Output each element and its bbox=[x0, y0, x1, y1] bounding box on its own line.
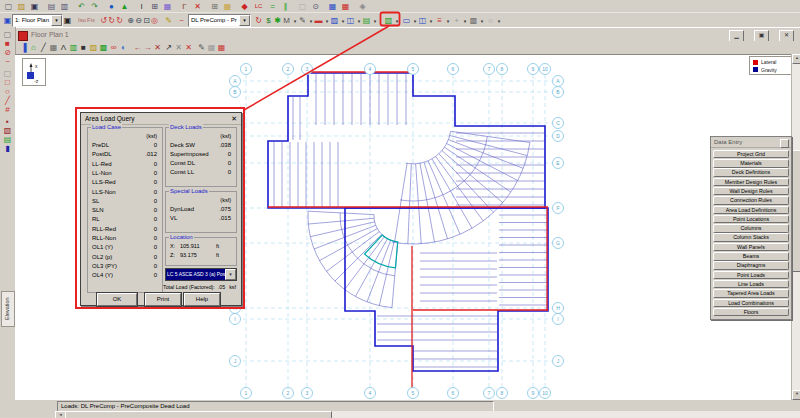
load-combination-selector[interactable]: LC 5 ASCE ASD 3 (a) Post ▾ bbox=[165, 268, 237, 281]
delete-red-icon[interactable]: ✕ bbox=[183, 42, 194, 53]
chevron-down-icon[interactable]: ▾ bbox=[225, 269, 236, 280]
data-entry-materials-button[interactable]: Materials bbox=[713, 159, 789, 168]
edit-pencil-icon[interactable]: ✎ bbox=[163, 15, 174, 26]
moment-dd-icon[interactable]: M bbox=[281, 15, 292, 26]
data-entry-tapered-area-loads-button[interactable]: Tapered Area Loads bbox=[713, 289, 789, 298]
hammer-icon[interactable]: Γ bbox=[179, 1, 190, 12]
preview-icon[interactable]: ⊙ bbox=[310, 1, 321, 12]
polyline-red-icon[interactable]: ~ bbox=[2, 56, 13, 67]
data-entry-column-stacks-button[interactable]: Column Stacks bbox=[713, 233, 789, 242]
data-entry-point-locations-button[interactable]: Point Locations bbox=[713, 215, 789, 224]
scroll-down-icon[interactable]: ▼ bbox=[792, 390, 800, 400]
help-button[interactable]: Help bbox=[184, 293, 220, 306]
beam-dd-icon[interactable]: ▬ bbox=[313, 15, 324, 26]
data-entry-project-grid-button[interactable]: Project Grid bbox=[713, 150, 789, 159]
report-icon[interactable]: ◆ bbox=[239, 1, 250, 12]
loads-chart-icon[interactable]: ~ bbox=[176, 15, 187, 26]
story-view-icon[interactable]: ▣ bbox=[62, 15, 73, 26]
data-entry-point-loads-button[interactable]: Point Loads bbox=[713, 271, 789, 280]
world-icon[interactable]: ● bbox=[106, 1, 117, 12]
dim-icon[interactable]: ▢ bbox=[297, 1, 308, 12]
scroll-up-icon[interactable]: ▲ bbox=[792, 54, 800, 64]
compass-icon[interactable]: ◐ bbox=[118, 42, 129, 53]
data-entry-wall-panels-button[interactable]: Wall Panels bbox=[713, 243, 789, 252]
wall-dd-icon[interactable]: ▤ bbox=[361, 15, 372, 26]
application-window: ▢▨▣▤▥↶↷●▲Ι⊞▦Γ✕⊞▦◆LC=∥▢⊙▦▦◈ 1: Floor Plan… bbox=[0, 0, 800, 418]
data-entry-titlebar[interactable]: Data Entry bbox=[711, 137, 791, 148]
pen-dd-icon[interactable]: ✎ bbox=[297, 15, 308, 26]
close-icon[interactable]: ✕ bbox=[231, 114, 237, 123]
data-entry-wall-design-rules-button[interactable]: Wall Design Rules bbox=[713, 187, 789, 196]
data-entry-line-loads-button[interactable]: Line Loads bbox=[713, 280, 789, 289]
data-entry-deck-definitions-button[interactable]: Deck Definitions bbox=[713, 168, 789, 177]
table-red-icon[interactable]: ▦ bbox=[340, 1, 351, 12]
load-case-selector[interactable]: DL PreComp - Pr ▾ bbox=[188, 14, 251, 27]
data-entry-area-load-definitions-button[interactable]: Area Load Definitions bbox=[713, 206, 789, 215]
open-icon[interactable]: ▨ bbox=[16, 1, 27, 12]
grid-window-icon[interactable]: ⊞ bbox=[149, 1, 160, 12]
data-entry-diaphragms-button[interactable]: Diaphragms bbox=[713, 261, 789, 270]
colormap-icon[interactable]: ▦ bbox=[222, 1, 233, 12]
steel-beam-icon[interactable]: Ι bbox=[136, 1, 147, 12]
column-dd-icon[interactable]: ◫ bbox=[345, 15, 356, 26]
grid-dd-icon[interactable]: + bbox=[451, 15, 462, 26]
undo-icon[interactable]: ↶ bbox=[76, 1, 87, 12]
table-blue-icon[interactable]: ▦ bbox=[327, 1, 338, 12]
fix-view-icon[interactable]: Fix bbox=[84, 15, 98, 26]
data-entry-columns-button[interactable]: Columns bbox=[713, 224, 789, 233]
query-row-postdl: PostDL.012 bbox=[88, 150, 162, 158]
line-load-dd-icon[interactable]: ▭ bbox=[401, 15, 412, 26]
new-icon[interactable]: ▢ bbox=[3, 1, 14, 12]
print-button[interactable]: Print bbox=[145, 293, 181, 306]
surface-dd-icon[interactable]: ≡ bbox=[434, 15, 445, 26]
data-entry-beams-button[interactable]: Beams bbox=[713, 252, 789, 261]
circle-dd-icon[interactable]: ○ bbox=[485, 15, 496, 26]
wall-dd-icon-chevron[interactable]: ▾ bbox=[372, 15, 378, 26]
rotate-right-icon[interactable]: ↻ bbox=[114, 15, 125, 26]
delete-icon[interactable]: ✕ bbox=[192, 1, 203, 12]
chevron-down-icon[interactable]: ▾ bbox=[51, 15, 62, 26]
area-load-dd-icon-chevron[interactable]: ▾ bbox=[394, 15, 400, 26]
dim-delete-icon[interactable]: ✕ bbox=[152, 42, 163, 53]
floor-selector[interactable]: 1: Floor Plan 1 ▾ bbox=[12, 14, 63, 27]
data-entry-floors-button[interactable]: Floors bbox=[713, 308, 789, 317]
tab-elevation[interactable]: Elevation bbox=[1, 291, 15, 327]
horizontal-scroll-thumb[interactable] bbox=[65, 411, 332, 418]
data-entry-load-combinations-button[interactable]: Load Combinations bbox=[713, 299, 789, 308]
copy-icon[interactable]: ▤ bbox=[46, 1, 57, 12]
ok-button[interactable]: OK bbox=[97, 293, 137, 306]
query-row-ol3-py-: OL3 (PY)0 bbox=[88, 262, 162, 270]
table-icon[interactable]: ⊞ bbox=[209, 1, 220, 12]
vertical-scrollbar[interactable]: ▲ ▼ bbox=[791, 54, 800, 400]
monitor-icon[interactable]: ▣ bbox=[2, 15, 13, 26]
redo-icon[interactable]: ↷ bbox=[89, 1, 100, 12]
print-icon[interactable]: ▥ bbox=[59, 1, 70, 12]
query-row-dynload: DynLoad.075 bbox=[166, 205, 236, 213]
horizontal-scrollbar[interactable]: ◄ bbox=[0, 411, 800, 418]
data-entry-connection-rules-button[interactable]: Connection Rules bbox=[713, 196, 789, 205]
pause-icon[interactable]: ∥ bbox=[280, 1, 291, 12]
manager-icon[interactable]: ▲ bbox=[119, 1, 130, 12]
circle-dd-icon-chevron[interactable]: ▾ bbox=[496, 15, 502, 26]
lateral-color-swatch bbox=[753, 60, 758, 65]
load-case-icon[interactable]: LC bbox=[252, 1, 265, 12]
lock-blue-icon[interactable]: ▮ bbox=[2, 143, 13, 154]
help-icon[interactable]: ◈ bbox=[357, 1, 368, 12]
save-icon[interactable]: ▣ bbox=[29, 1, 40, 12]
area-load-dd-icon[interactable]: ▧ bbox=[383, 15, 394, 26]
area-load-query-dialog: Area Load Query ✕ Load Case (ksf) PreDL0… bbox=[80, 112, 242, 306]
deck-dd-icon[interactable]: ▨ bbox=[329, 15, 340, 26]
vertical-scroll-thumb[interactable] bbox=[792, 150, 800, 272]
point-load-dd-icon[interactable]: ◫ bbox=[417, 15, 428, 26]
chevron-down-icon[interactable]: ▾ bbox=[239, 15, 250, 26]
equal-icon[interactable]: = bbox=[267, 1, 278, 12]
zoom-previous-icon[interactable]: ◎ bbox=[149, 15, 160, 26]
layers-icon[interactable]: ▦ bbox=[162, 1, 173, 12]
data-entry-buttons: Project GridMaterialsDeck DefinitionsMem… bbox=[711, 148, 791, 319]
grid-red-icon[interactable]: ▦ bbox=[216, 42, 227, 53]
hash-red-icon[interactable]: # bbox=[2, 104, 13, 115]
solid-dd-icon[interactable]: ▩ bbox=[468, 15, 479, 26]
palette-close-button[interactable] bbox=[780, 139, 789, 148]
data-entry-member-design-rules-button[interactable]: Member Design Rules bbox=[713, 178, 789, 187]
load-legend: Lateral Gravity bbox=[749, 56, 791, 75]
